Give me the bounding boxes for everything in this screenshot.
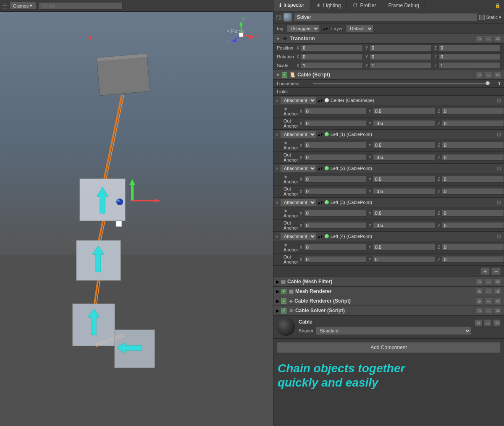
in-anc-z-0[interactable] bbox=[442, 108, 504, 115]
object-enable-checkbox[interactable]: ✓ bbox=[276, 15, 281, 20]
mesh-renderer-header[interactable]: ▶ ✓ ▦ Mesh Renderer ⊙ ↔ ⚙ bbox=[273, 287, 504, 296]
out-anc-x-3[interactable] bbox=[304, 222, 366, 229]
cable-script-enable-checkbox[interactable]: ✓ bbox=[282, 72, 287, 78]
cable-script-gear-btn[interactable]: ⚙ bbox=[494, 71, 501, 78]
attachment-type-dropdown-0[interactable]: Attachment bbox=[280, 97, 316, 104]
out-anc-y-2[interactable] bbox=[373, 188, 435, 195]
out-anc-z-3[interactable] bbox=[442, 222, 504, 229]
cable-renderer-pin-btn[interactable]: ↔ bbox=[485, 298, 492, 304]
in-anc-y-4[interactable] bbox=[373, 244, 435, 251]
cable-renderer-header[interactable]: ▶ ✓ ◈ Cable Renderer (Script) ⊙ ↔ ⚙ bbox=[273, 296, 504, 306]
static-dropdown-icon[interactable]: ▾ bbox=[499, 15, 501, 20]
rot-z-input[interactable] bbox=[438, 53, 501, 60]
in-anc-x-4[interactable] bbox=[304, 244, 366, 251]
transform-ref-btn[interactable]: ⊙ bbox=[475, 35, 483, 42]
in-anc-z-1[interactable] bbox=[442, 142, 504, 149]
mesh-renderer-gear-btn[interactable]: ⚙ bbox=[494, 288, 501, 295]
attachment-settings-0[interactable]: ⊙ bbox=[496, 97, 501, 104]
lock-icon[interactable]: 🔒 bbox=[491, 0, 504, 11]
cable-mesh-filter-header[interactable]: ▶ ▦ Cable (Mesh Filter) ⊙ ↔ ⚙ bbox=[273, 277, 504, 287]
material-sphere-preview[interactable] bbox=[277, 318, 295, 336]
object-name-input[interactable] bbox=[294, 13, 477, 21]
pos-y-input[interactable] bbox=[370, 44, 432, 51]
rot-y-input[interactable] bbox=[370, 53, 432, 60]
attachment-type-dropdown-1[interactable]: Attachment bbox=[280, 131, 316, 138]
out-anc-z-4[interactable] bbox=[442, 256, 504, 263]
cable-solver-ref-btn[interactable]: ⊙ bbox=[475, 307, 483, 314]
in-anc-x-0[interactable] bbox=[304, 108, 366, 115]
search-input[interactable] bbox=[39, 2, 123, 10]
in-anc-y-0[interactable] bbox=[373, 108, 435, 115]
in-anc-y-1[interactable] bbox=[373, 142, 435, 149]
tab-frame-debug[interactable]: Frame Debug bbox=[382, 0, 425, 11]
cable-solver-header[interactable]: ▶ ✓ ⚙ Cable Solver (Script) ⊙ ↔ ⚙ bbox=[273, 306, 504, 316]
cable-renderer-gear-btn[interactable]: ⚙ bbox=[494, 298, 501, 304]
pos-z-input[interactable] bbox=[438, 44, 501, 51]
mesh-renderer-enable-checkbox[interactable]: ✓ bbox=[281, 289, 286, 294]
pos-x-input[interactable] bbox=[301, 44, 363, 51]
mesh-filter-ref-btn[interactable]: ⊙ bbox=[475, 278, 483, 285]
tab-inspector[interactable]: ℹ Inspector bbox=[273, 0, 310, 11]
out-anc-z-1[interactable] bbox=[442, 154, 504, 161]
out-anc-x-1[interactable] bbox=[304, 154, 366, 161]
out-anc-z-0[interactable] bbox=[442, 120, 504, 127]
attachment-settings-4[interactable]: ⊙ bbox=[496, 233, 501, 240]
scale-z-input[interactable] bbox=[438, 62, 501, 69]
material-pin-btn[interactable]: ↔ bbox=[484, 319, 491, 326]
out-anc-y-4[interactable] bbox=[373, 256, 435, 263]
tag-dropdown[interactable]: Untagged bbox=[287, 25, 320, 32]
out-anc-x-2[interactable] bbox=[304, 188, 366, 195]
shader-dropdown[interactable]: Standard bbox=[316, 327, 471, 335]
mesh-filter-pin-btn[interactable]: ↔ bbox=[485, 278, 492, 285]
mesh-renderer-ref-btn[interactable]: ⊙ bbox=[475, 288, 483, 295]
looseness-slider[interactable] bbox=[313, 83, 491, 84]
attachment-type-dropdown-2[interactable]: Attachment bbox=[280, 165, 316, 172]
transform-gear-btn[interactable]: ⚙ bbox=[494, 35, 501, 42]
mesh-filter-gear-btn[interactable]: ⚙ bbox=[494, 278, 501, 285]
in-anc-y-3[interactable] bbox=[373, 210, 435, 217]
out-anc-y-0[interactable] bbox=[373, 120, 435, 127]
out-anc-y-1[interactable] bbox=[373, 154, 435, 161]
attachment-settings-3[interactable]: ⊙ bbox=[496, 199, 501, 206]
in-anc-y-2[interactable] bbox=[373, 176, 435, 183]
gizmos-button[interactable]: Gizmos ▾ bbox=[9, 2, 36, 10]
scale-x-input[interactable] bbox=[301, 62, 363, 69]
add-component-button[interactable]: Add Component bbox=[277, 342, 501, 353]
out-anc-z-2[interactable] bbox=[442, 188, 504, 195]
cable-renderer-enable-checkbox[interactable]: ✓ bbox=[281, 298, 286, 304]
in-anc-z-2[interactable] bbox=[442, 176, 504, 183]
mesh-renderer-pin-btn[interactable]: ↔ bbox=[485, 288, 492, 295]
add-attachment-btn[interactable]: + bbox=[480, 267, 490, 275]
attachment-settings-1[interactable]: ⊙ bbox=[496, 131, 501, 138]
material-ref-btn[interactable]: ⊙ bbox=[475, 319, 482, 326]
out-anc-y-3[interactable] bbox=[373, 222, 435, 229]
layer-dropdown[interactable]: Default bbox=[346, 25, 373, 32]
cable-script-ref-btn[interactable]: ⊙ bbox=[475, 71, 483, 78]
out-anc-x-0[interactable] bbox=[304, 120, 366, 127]
transform-component-header[interactable]: ▼ ⟳ Transform ⊙ ↔ ⚙ bbox=[273, 34, 504, 44]
out-anc-x-4[interactable] bbox=[304, 256, 366, 263]
tab-lighting[interactable]: ☀ Lighting bbox=[310, 0, 347, 11]
rot-x-input[interactable] bbox=[301, 53, 363, 60]
in-anc-x-3[interactable] bbox=[304, 210, 366, 217]
in-anc-x-1[interactable] bbox=[304, 142, 366, 149]
material-gear-btn[interactable]: ⚙ bbox=[493, 319, 501, 326]
static-checkbox[interactable] bbox=[479, 15, 485, 20]
in-anc-z-3[interactable] bbox=[442, 210, 504, 217]
cable-solver-pin-btn[interactable]: ↔ bbox=[485, 307, 492, 314]
attachment-type-dropdown-4[interactable]: Attachment bbox=[280, 233, 316, 240]
in-anc-x-2[interactable] bbox=[304, 176, 366, 183]
cable-solver-enable-checkbox[interactable]: ✓ bbox=[281, 308, 286, 314]
cable-solver-gear-btn[interactable]: ⚙ bbox=[494, 307, 501, 314]
in-anc-z-4[interactable] bbox=[442, 244, 504, 251]
scene-view[interactable]: < Persp Y X Z bbox=[0, 12, 273, 426]
scale-y-input[interactable] bbox=[370, 62, 432, 69]
cable-script-pin-btn[interactable]: ↔ bbox=[485, 71, 492, 78]
cable-renderer-ref-btn[interactable]: ⊙ bbox=[475, 298, 483, 304]
transform-pin-btn[interactable]: ↔ bbox=[485, 35, 492, 42]
viewport[interactable]: Gizmos ▾ bbox=[0, 0, 273, 426]
tab-profiler[interactable]: ⏱ Profiler bbox=[347, 0, 382, 11]
attachment-settings-2[interactable]: ⊙ bbox=[496, 165, 501, 172]
remove-attachment-btn[interactable]: − bbox=[491, 267, 501, 275]
attachment-type-dropdown-3[interactable]: Attachment bbox=[280, 199, 316, 206]
